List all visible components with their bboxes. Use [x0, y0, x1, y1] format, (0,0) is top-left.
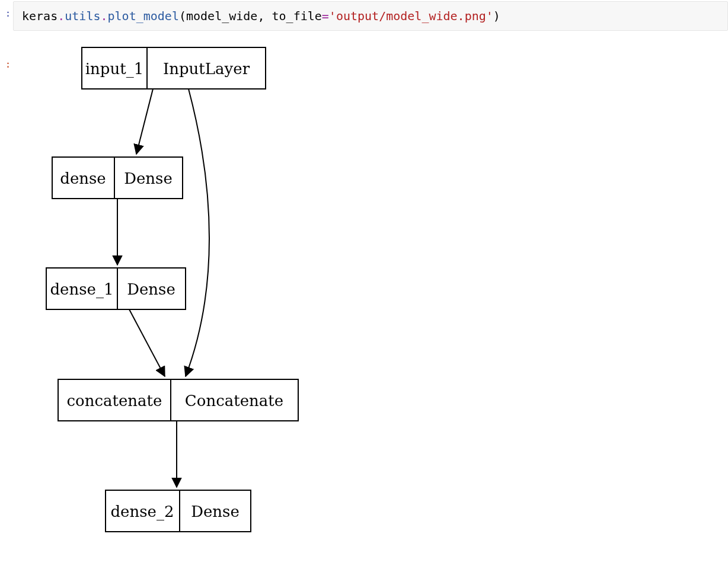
node-label-name: dense_2	[110, 503, 174, 521]
node-label-type: Dense	[127, 280, 175, 298]
edge-input_1-concatenate	[186, 89, 209, 376]
code-token-keras: keras	[22, 9, 58, 23]
code-token-string: 'output/model_wide.png'	[329, 9, 493, 23]
node-dense: dense Dense	[52, 157, 183, 199]
edge-input_1-dense	[136, 89, 153, 154]
node-label-type: Concatenate	[185, 392, 283, 410]
node-dense_1: dense_1 Dense	[46, 268, 186, 309]
model-graph-svg: input_1 InputLayer dense Dense dense_1	[34, 36, 343, 587]
code-cell-input: : keras.utils.plot_model(model_wide, to_…	[0, 0, 728, 31]
code-token-dot: .	[58, 9, 65, 23]
output-prompt-colon: :	[0, 36, 11, 70]
code-token-comma: ,	[257, 9, 272, 23]
node-label-name: dense_1	[50, 280, 113, 299]
code-token-utils: utils	[65, 9, 100, 23]
node-label-type: Dense	[124, 170, 173, 187]
code-source[interactable]: keras.utils.plot_model(model_wide, to_fi…	[13, 1, 728, 31]
code-token-paren-open: (	[179, 9, 186, 23]
code-token-fn: plot_model	[108, 9, 179, 23]
node-label-type: InputLayer	[163, 60, 250, 78]
node-label-name: dense	[60, 170, 106, 187]
node-concatenate: concatenate Concatenate	[58, 379, 298, 421]
code-cell-output: : input_1 InputLayer d	[0, 36, 728, 587]
node-input_1: input_1 InputLayer	[82, 47, 266, 89]
code-token-arg: model_wide	[186, 9, 257, 23]
code-token-kwarg: to_file	[272, 9, 322, 23]
edge-dense_1-concatenate	[129, 309, 165, 376]
node-label-type: Dense	[191, 503, 240, 520]
code-token-paren-close: )	[493, 9, 500, 23]
input-prompt-colon: :	[0, 0, 11, 19]
code-token-dot: .	[100, 9, 107, 23]
node-label-name: input_1	[85, 60, 143, 78]
model-diagram: input_1 InputLayer dense Dense dense_1	[34, 36, 343, 587]
code-token-eq: =	[322, 9, 329, 23]
node-label-name: concatenate	[67, 392, 162, 410]
node-dense_2: dense_2 Dense	[106, 490, 251, 532]
